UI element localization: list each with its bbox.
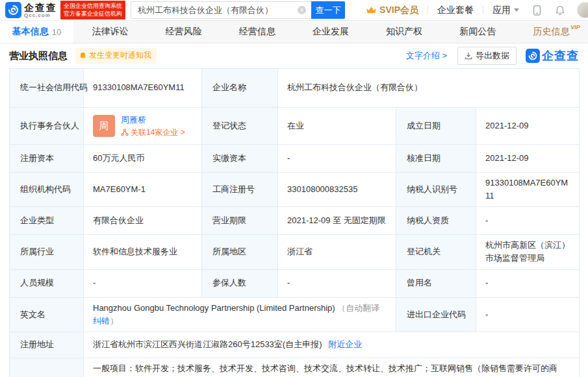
area-value: 浙江省 <box>278 235 396 269</box>
logo-name: 企查查 <box>24 3 57 12</box>
partner-label: 执行事务合伙人 <box>10 108 84 145</box>
table-row: 所属行业 软件和信息技术服务业 所属地区 浙江省 登记机关 杭州市高新区（滨江）… <box>10 235 580 269</box>
search-input[interactable] <box>131 1 311 19</box>
insured-count-label: 参保人数 <box>202 269 278 297</box>
tab-operating-risk[interactable]: 经营风险 <box>147 21 220 43</box>
paid-capital-value: - <box>278 145 396 173</box>
header-menu: SVIP会员 企业套餐 应用 <box>366 2 588 18</box>
reg-address-label: 注册地址 <box>10 332 84 358</box>
tab-bar: 基本信息10 法律诉讼 经营风险 经营信息 企业发展 知识产权 新闻公告 历史信… <box>0 20 588 43</box>
export-data-button[interactable]: 导出数据 <box>457 47 517 65</box>
tab-operating-info[interactable]: 经营信息 <box>220 21 294 43</box>
user-avatar[interactable] <box>577 2 588 18</box>
reg-address-value: 浙江省杭州市滨江区西兴街道江淑路260号12533室(自主申报) 附近企业 <box>84 332 580 358</box>
search-clear-icon[interactable]: × <box>298 6 306 14</box>
org-code-value: MA7E60YM-1 <box>84 173 202 207</box>
nearby-companies-link[interactable]: 附近企业 <box>328 339 362 349</box>
approve-date-value: 2021-12-09 <box>476 145 580 173</box>
reg-capital-value: 60万元人民币 <box>84 145 202 173</box>
divider <box>428 6 428 14</box>
industry-value: 软件和信息技术服务业 <box>84 235 202 269</box>
area-label: 所属地区 <box>202 235 278 269</box>
table-row: 人员规模 - 参保人数 - 曾用名 - <box>10 269 580 297</box>
vip-badge: VIP <box>570 24 580 30</box>
svip-menu-item[interactable]: SVIP会员 <box>366 5 418 16</box>
taxpayer-id-label: 纳税人识别号 <box>396 173 476 207</box>
english-name-label: 英文名 <box>10 297 84 332</box>
partner-avatar[interactable]: 周 <box>93 115 115 137</box>
text-intro-link[interactable]: 文字介绍 > <box>406 50 447 62</box>
notify-on-change-button[interactable]: 发生变更时通知我 <box>75 48 157 64</box>
mobile-app-icon[interactable] <box>532 5 542 16</box>
qcc-logo-icon <box>5 2 21 18</box>
crown-icon <box>366 6 377 14</box>
establish-date-value: 2021-12-09 <box>476 108 580 145</box>
top-header: 企查查 Qcc.com 全国企业信用查询系统 官方备案企业征信机构 × 查一下 … <box>0 0 588 20</box>
tab-basic-info[interactable]: 基本信息10 <box>0 21 73 43</box>
reg-number-value: 330108000832535 <box>278 173 396 207</box>
company-name-label: 企业名称 <box>202 69 278 108</box>
tab-company-development[interactable]: 企业发展 <box>294 21 368 43</box>
credit-code-value: 91330108MA7E60YM11 <box>84 69 202 108</box>
table-row: 英文名 Hangzhou Gongbu Technology Partnersh… <box>10 297 580 332</box>
business-term-value: 2021-12-09 至 无固定期限 <box>278 207 396 235</box>
search-button[interactable]: 查一下 <box>311 1 345 19</box>
table-row: 企业类型 有限合伙企业 营业期限 2021-12-09 至 无固定期限 纳税人资… <box>10 207 580 235</box>
approve-date-label: 核准日期 <box>396 145 476 173</box>
partner-name-link[interactable]: 周雁桥 <box>121 115 146 125</box>
reg-capital-label: 注册资本 <box>10 145 84 173</box>
table-row: 注册资本 60万元人民币 实缴资本 - 核准日期 2021-12-09 <box>10 145 580 173</box>
insured-count-value: - <box>278 269 396 297</box>
related-companies-link[interactable]: 关联14家企业 > <box>121 127 185 138</box>
business-scope-value: 一般项目：软件开发；技术服务、技术开发、技术咨询、技术交流、技术转让、技术推广；… <box>84 358 580 377</box>
qcc-watermark-icon <box>526 49 540 63</box>
former-name-label: 曾用名 <box>396 269 476 297</box>
company-name-value: 杭州工布科技合伙企业（有限合伙） <box>278 69 580 108</box>
notification-bell-icon[interactable] <box>555 5 565 16</box>
chevron-down-icon <box>514 8 519 12</box>
table-row: 注册地址 浙江省杭州市滨江区西兴街道江淑路260号12533室(自主申报) 附近… <box>10 332 580 358</box>
cert-line1: 全国企业信用查询系统 <box>64 3 122 10</box>
section-header: 营业执照信息 发生变更时通知我 文字介绍 > 导出数据 企查查 <box>0 43 588 68</box>
paid-capital-label: 实缴资本 <box>202 145 278 173</box>
correction-link[interactable]: 纠错 <box>93 316 110 326</box>
reg-status-label: 登记状态 <box>202 108 278 145</box>
taxpayer-quality-value: - <box>476 207 580 235</box>
divider <box>483 6 483 14</box>
search-bar: × 查一下 <box>131 1 345 19</box>
section-title: 营业执照信息 <box>9 50 68 62</box>
bell-icon <box>79 52 86 60</box>
tab-history-info[interactable]: 历史信息VIP <box>515 21 588 43</box>
watermark-text: 企查查 <box>542 48 579 64</box>
import-export-code-value: - <box>476 297 580 332</box>
package-menu-item[interactable]: 企业套餐 <box>437 5 474 16</box>
business-license-table: 统一社会信用代码 91330108MA7E60YM11 企业名称 杭州工布科技合… <box>9 68 580 377</box>
tab-count: 10 <box>52 27 61 37</box>
logo-domain: Qcc.com <box>24 13 57 18</box>
apps-menu-item[interactable]: 应用 <box>492 5 519 16</box>
tab-intellectual-property[interactable]: 知识产权 <box>368 21 441 43</box>
certification-badge: 全国企业信用查询系统 官方备案企业征信机构 <box>60 1 125 19</box>
credit-code-label: 统一社会信用代码 <box>10 69 84 108</box>
taxpayer-id-value: 91330108MA7E60YM11 <box>476 173 580 207</box>
staff-size-value: - <box>84 269 202 297</box>
company-type-value: 有限合伙企业 <box>84 207 202 235</box>
partner-cell: 周 周雁桥 关联14家企业 > <box>84 108 202 145</box>
taxpayer-quality-label: 纳税人资质 <box>396 207 476 235</box>
former-name-value: - <box>476 269 580 297</box>
staff-size-label: 人员规模 <box>10 269 84 297</box>
reg-status-value: 在业 <box>278 108 396 145</box>
relation-icon <box>121 128 129 136</box>
import-export-code-label: 进出口企业代码 <box>396 297 476 332</box>
industry-label: 所属行业 <box>10 235 84 269</box>
qcc-logo[interactable]: 企查查 Qcc.com <box>5 2 57 18</box>
establish-date-label: 成立日期 <box>396 108 476 145</box>
company-type-label: 企业类型 <box>10 207 84 235</box>
tab-news-announcements[interactable]: 新闻公告 <box>441 21 515 43</box>
org-code-label: 组织机构代码 <box>10 173 84 207</box>
tab-legal-litigation[interactable]: 法律诉讼 <box>73 21 147 43</box>
cert-line2: 官方备案企业征信机构 <box>64 10 122 18</box>
table-row: 经营范围 一般项目：软件开发；技术服务、技术开发、技术咨询、技术交流、技术转让、… <box>10 358 580 377</box>
qcc-watermark: 企查查 <box>526 48 579 64</box>
table-row: 组织机构代码 MA7E60YM-1 工商注册号 330108000832535 … <box>10 173 580 207</box>
